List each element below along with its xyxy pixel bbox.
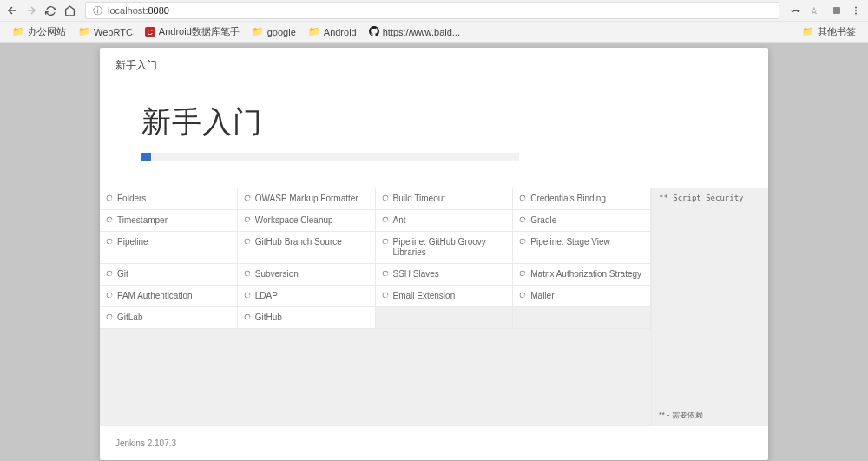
plugin-name: Timestamper (117, 215, 168, 226)
svg-rect-0 (833, 7, 840, 14)
side-panel: ** Script Security ** - 需要依赖 (651, 188, 768, 426)
modal-header: 新手入门 (100, 48, 768, 83)
forward-button[interactable] (23, 2, 40, 19)
plugin-name: SSH Slaves (393, 269, 439, 280)
svg-point-2 (855, 10, 857, 11)
bookmark-label: 其他书签 (818, 25, 856, 38)
spinner-icon (105, 237, 114, 246)
spinner-icon (518, 291, 527, 300)
spinner-icon (243, 237, 252, 246)
bookmark-item-2[interactable]: C Android数据库笔手 (140, 23, 245, 40)
plugin-cell: Pipeline: Stage View (513, 232, 651, 264)
plugin-cell: Timestamper (100, 210, 238, 232)
browser-chrome: ⓘ localhost :8080 ⊶ ☆ 📁 办公网站 📁 WebRTC C … (0, 0, 868, 43)
spinner-icon (518, 237, 527, 246)
plugin-section: FoldersOWASP Markup FormatterBuild Timeo… (100, 188, 768, 426)
plugin-name: PAM Authentication (117, 291, 193, 301)
extension-button[interactable] (828, 2, 845, 19)
plugin-cell: Credentials Binding (513, 188, 651, 210)
plugin-cell: OWASP Markup Formatter (238, 188, 376, 210)
plugin-cell: Pipeline (100, 232, 238, 264)
reload-button[interactable] (42, 2, 59, 19)
home-button[interactable] (61, 2, 78, 19)
plugin-name: GitLab (117, 313, 142, 323)
plugin-row: GitSubversionSSH SlavesMatrix Authorizat… (100, 264, 651, 286)
spinner-icon (243, 313, 252, 321)
puzzle-icon (832, 5, 842, 16)
plugin-name: Pipeline (117, 237, 148, 247)
folder-icon: 📁 (308, 26, 320, 37)
spinner-icon (105, 269, 114, 278)
plugin-grid-filler (100, 329, 651, 426)
folder-icon: 📁 (78, 26, 90, 37)
footer-version: Jenkins 2.107.3 (100, 426, 768, 460)
bookmark-label: Android数据库笔手 (159, 25, 240, 38)
spinner-icon (381, 291, 390, 300)
url-host: localhost (108, 5, 145, 16)
plugin-cell: Gradle (513, 210, 651, 232)
plugin-name: GitHub Branch Source (255, 237, 342, 247)
spinner-icon (518, 269, 527, 278)
spinner-icon (105, 194, 114, 202)
plugin-name: Credentials Binding (530, 194, 606, 204)
plugin-name: OWASP Markup Formatter (255, 194, 358, 204)
key-button[interactable]: ⊶ (786, 2, 804, 19)
page-title: 新手入门 (141, 102, 727, 142)
spinner-icon (243, 194, 252, 202)
app-icon: C (145, 27, 155, 37)
plugin-row: TimestamperWorkspace CleanupAntGradle (100, 210, 651, 232)
plugin-cell: Git (100, 264, 238, 286)
star-button[interactable]: ☆ (806, 2, 823, 19)
plugin-name: Matrix Authorization Strategy (530, 269, 641, 280)
plugin-name: Workspace Cleanup (255, 215, 333, 226)
bookmark-label: 办公网站 (28, 25, 66, 38)
svg-point-3 (855, 13, 857, 15)
plugin-cell: Subversion (238, 264, 376, 286)
plugin-cell (513, 307, 651, 329)
plugin-grid: FoldersOWASP Markup FormatterBuild Timeo… (100, 188, 651, 426)
spinner-icon (243, 291, 252, 300)
spinner-icon (243, 269, 252, 278)
plugin-cell: GitHub (238, 307, 376, 329)
plugin-row: FoldersOWASP Markup FormatterBuild Timeo… (100, 188, 651, 210)
bookmark-item-1[interactable]: 📁 WebRTC (73, 24, 138, 39)
spinner-icon (381, 237, 390, 246)
plugin-cell: Email Extension (376, 286, 514, 307)
side-log-bottom: ** - 需要依赖 (652, 405, 768, 426)
back-button[interactable] (3, 2, 21, 19)
address-bar[interactable]: ⓘ localhost :8080 (85, 2, 779, 19)
plugin-name: Pipeline: GitHub Groovy Libraries (393, 237, 508, 258)
bookmark-label: Android (324, 27, 357, 37)
url-actions: ⊶ ☆ (786, 2, 826, 19)
home-icon (64, 5, 76, 16)
spinner-icon (105, 291, 114, 300)
bookmark-item-5[interactable]: https://www.baid... (364, 24, 465, 40)
plugin-name: Folders (117, 194, 146, 204)
plugin-cell: Ant (376, 210, 514, 232)
folder-icon: 📁 (252, 26, 264, 37)
progress-bar (141, 153, 519, 161)
bookmark-item-0[interactable]: 📁 办公网站 (7, 23, 71, 40)
plugin-name: Email Extension (393, 291, 456, 301)
plugin-name: Build Timeout (393, 194, 446, 204)
folder-icon: 📁 (802, 26, 814, 37)
plugin-cell: Matrix Authorization Strategy (513, 264, 651, 286)
github-icon (369, 26, 379, 38)
plugin-cell: GitLab (100, 307, 238, 329)
other-bookmarks[interactable]: 📁 其他书签 (797, 23, 861, 40)
plugin-row: PipelineGitHub Branch SourcePipeline: Gi… (100, 232, 651, 264)
bookmark-item-4[interactable]: 📁 Android (303, 24, 362, 39)
arrow-left-icon (6, 4, 18, 16)
folder-icon: 📁 (12, 26, 24, 37)
plugin-cell: Folders (100, 188, 238, 210)
bookmark-item-3[interactable]: 📁 google (247, 24, 301, 39)
spinner-icon (518, 194, 527, 202)
plugin-name: Git (117, 269, 128, 280)
spinner-icon (381, 215, 390, 224)
bookmark-label: https://www.baid... (383, 27, 460, 37)
bookmark-label: google (267, 27, 296, 37)
plugin-cell (376, 307, 514, 329)
menu-button[interactable] (847, 2, 865, 19)
plugin-cell: GitHub Branch Source (238, 232, 376, 264)
arrow-right-icon (25, 4, 37, 16)
